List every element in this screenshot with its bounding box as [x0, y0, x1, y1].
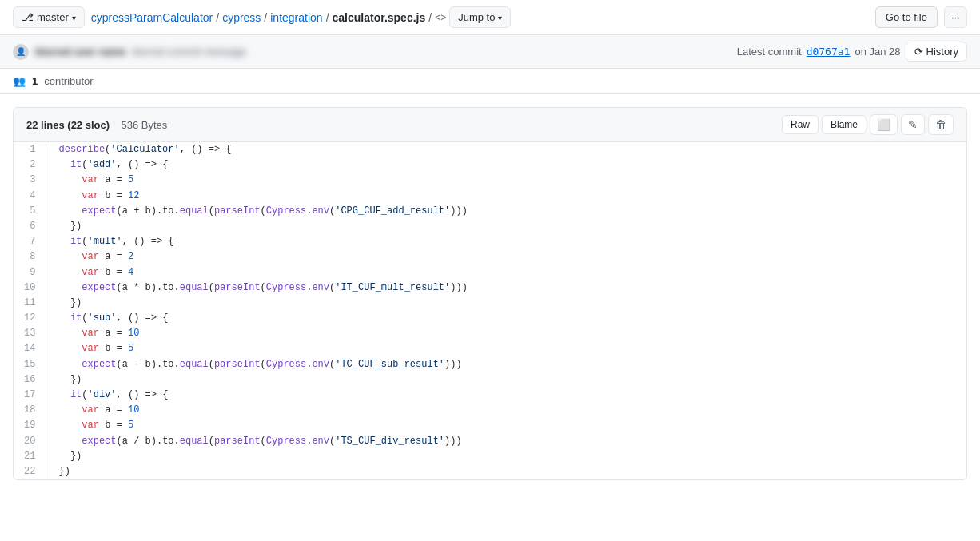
line-code: var b = 12 — [46, 189, 966, 204]
line-number: 14 — [14, 341, 46, 356]
branch-selector[interactable]: master — [13, 6, 85, 28]
branch-name: master — [37, 11, 69, 23]
history-label: History — [926, 46, 958, 58]
line-code: describe('Calculator', () => { — [46, 142, 966, 157]
table-row: 12 it('sub', () => { — [14, 311, 966, 326]
line-code: }) — [46, 464, 966, 479]
contributor-icon: 👥 — [13, 75, 26, 87]
jump-to-chevron-icon — [498, 11, 502, 23]
table-row: 6 }) — [14, 219, 966, 234]
line-code: expect(a / b).to.equal(parseInt(Cypress.… — [46, 434, 966, 449]
code-table: 1describe('Calculator', () => {2 it('add… — [14, 142, 966, 479]
line-number: 19 — [14, 418, 46, 433]
table-row: 10 expect(a * b).to.equal(parseInt(Cypre… — [14, 280, 966, 296]
table-row: 3 var a = 5 — [14, 173, 966, 188]
line-code: it('add', () => { — [46, 157, 966, 173]
breadcrumb-sep-1: / — [216, 11, 219, 24]
table-row: 11 }) — [14, 296, 966, 311]
line-code: }) — [46, 296, 966, 311]
line-number: 21 — [14, 449, 46, 464]
go-to-file-button[interactable]: Go to file — [875, 6, 938, 28]
breadcrumb-sep-2: / — [264, 11, 267, 24]
branch-icon — [22, 11, 34, 23]
blame-button[interactable]: Blame — [822, 115, 866, 134]
branch-chevron-icon — [72, 11, 76, 23]
table-row: 8 var a = 2 — [14, 249, 966, 265]
monitor-icon-button[interactable]: ⬜ — [870, 114, 898, 135]
jump-to-label: Jump to — [458, 11, 495, 23]
line-number: 15 — [14, 357, 46, 372]
table-row: 19 var b = 5 — [14, 418, 966, 433]
more-options-icon: ··· — [951, 11, 960, 23]
line-code: var b = 5 — [46, 341, 966, 356]
line-code: var a = 10 — [46, 403, 966, 418]
table-row: 9 var b = 4 — [14, 265, 966, 280]
code-icon: <> — [435, 12, 446, 23]
line-number: 10 — [14, 280, 46, 296]
breadcrumb-repo[interactable]: cypressParamCalculator — [91, 11, 213, 24]
breadcrumb-sep-4: / — [428, 11, 432, 24]
trash-icon: 🗑 — [935, 118, 946, 131]
delete-icon-button[interactable]: 🗑 — [928, 114, 954, 135]
table-row: 5 expect(a + b).to.equal(parseInt(Cypres… — [14, 204, 966, 219]
line-number: 6 — [14, 219, 46, 234]
top-bar: master cypressParamCalculator / cypress … — [0, 0, 980, 35]
table-row: 21 }) — [14, 449, 966, 464]
line-code: }) — [46, 372, 966, 388]
line-code: it('mult', () => { — [46, 234, 966, 249]
contributor-count: 1 — [32, 75, 38, 87]
line-code: }) — [46, 449, 966, 464]
history-icon: ⟳ — [914, 46, 923, 58]
file-meta: 22 lines (22 sloc) 536 Bytes — [26, 119, 775, 131]
line-code: expect(a + b).to.equal(parseInt(Cypress.… — [46, 204, 966, 219]
table-row: 16 }) — [14, 372, 966, 388]
line-code: var b = 5 — [46, 418, 966, 433]
top-actions: Go to file ··· — [875, 6, 967, 28]
line-number: 13 — [14, 326, 46, 341]
line-number: 20 — [14, 434, 46, 449]
line-code: it('div', () => { — [46, 388, 966, 403]
table-row: 1describe('Calculator', () => { — [14, 142, 966, 157]
file-lines: 22 lines (22 sloc) — [26, 119, 110, 131]
raw-button[interactable]: Raw — [782, 115, 819, 134]
breadcrumb-integration[interactable]: integration — [270, 11, 322, 24]
file-actions: Raw Blame ⬜ ✎ 🗑 — [782, 114, 954, 135]
table-row: 14 var b = 5 — [14, 341, 966, 356]
history-button[interactable]: ⟳ History — [906, 42, 967, 62]
breadcrumb-filename: calculator.spec.js — [333, 11, 426, 24]
file-size: 536 Bytes — [122, 119, 168, 131]
line-number: 7 — [14, 234, 46, 249]
commit-bar: 👤 blurred user name blurred commit messa… — [0, 35, 980, 69]
line-code: it('sub', () => { — [46, 311, 966, 326]
table-row: 2 it('add', () => { — [14, 157, 966, 173]
table-row: 22}) — [14, 464, 966, 479]
commit-hash[interactable]: d0767a1 — [807, 46, 851, 58]
line-number: 17 — [14, 388, 46, 403]
commit-date: on Jan 28 — [855, 46, 900, 58]
breadcrumb-sep-3: / — [326, 11, 329, 24]
edit-icon-button[interactable]: ✎ — [901, 114, 925, 135]
line-code: expect(a * b).to.equal(parseInt(Cypress.… — [46, 280, 966, 296]
breadcrumb-cypress[interactable]: cypress — [222, 11, 261, 24]
line-number: 1 — [14, 142, 46, 157]
more-options-button[interactable]: ··· — [944, 6, 967, 28]
contributor-bar: 👥 1 contributor — [0, 69, 980, 94]
line-code: }) — [46, 219, 966, 234]
pencil-icon: ✎ — [908, 118, 918, 131]
history-section: Latest commit d0767a1 on Jan 28 ⟳ Histor… — [737, 42, 967, 62]
line-number: 12 — [14, 311, 46, 326]
line-number: 22 — [14, 464, 46, 479]
line-code: expect(a - b).to.equal(parseInt(Cypress.… — [46, 357, 966, 372]
jump-to-button[interactable]: Jump to — [449, 6, 511, 28]
line-number: 18 — [14, 403, 46, 418]
file-viewer: 22 lines (22 sloc) 536 Bytes Raw Blame ⬜… — [13, 107, 967, 480]
line-number: 3 — [14, 173, 46, 188]
table-row: 13 var a = 10 — [14, 326, 966, 341]
line-number: 5 — [14, 204, 46, 219]
line-number: 16 — [14, 372, 46, 388]
line-number: 9 — [14, 265, 46, 280]
table-row: 17 it('div', () => { — [14, 388, 966, 403]
line-code: var a = 10 — [46, 326, 966, 341]
breadcrumb: cypressParamCalculator / cypress / integ… — [91, 6, 869, 28]
line-number: 2 — [14, 157, 46, 173]
